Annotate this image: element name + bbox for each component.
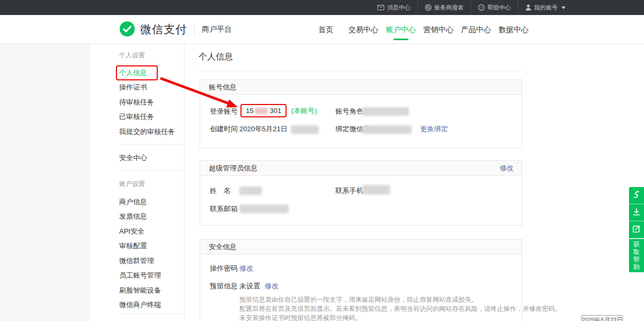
super-admin-panel: 超级管理员信息 修改 姓 名 联系手机 联系邮箱 bbox=[200, 160, 522, 226]
sidebar-divider bbox=[119, 313, 184, 314]
redacted-wechat-id bbox=[362, 125, 412, 134]
description-line: 配置后将在首页及充值页面显示。若未看到预留信息，表明当前访问的网站存在风险，请终… bbox=[239, 304, 561, 313]
redacted-created-time bbox=[291, 125, 319, 134]
topbar-item-label: 帮助中心 bbox=[487, 4, 511, 12]
date-stamp: 2020年5月22日 bbox=[581, 315, 623, 321]
panel-header: 安全信息 bbox=[200, 240, 522, 255]
sidebar-item-merchant-info[interactable]: 商户信息 bbox=[119, 195, 184, 210]
created-date-text: 2020年5月21日 bbox=[239, 125, 288, 133]
edit-admin-link[interactable]: 修改 bbox=[500, 161, 514, 175]
wechat-pay-logo-icon bbox=[119, 21, 135, 39]
sidebar-item-my-submitted-tasks[interactable]: 我提交的审核任务 bbox=[119, 124, 184, 139]
admin-name-label: 姓 名 bbox=[210, 186, 231, 196]
panel-title: 安全信息 bbox=[209, 243, 237, 251]
created-time-label: 创建时间 bbox=[210, 124, 238, 134]
reserved-info-value: 未设置 bbox=[239, 281, 260, 291]
panel-title: 超级管理员信息 bbox=[209, 164, 258, 172]
sidebar-divider bbox=[119, 170, 184, 171]
topbar-menu: 消息中心 服务商搜索 ? 帮助中心 我的账号 bbox=[370, 0, 573, 15]
topbar-item-label: 我的账号 bbox=[534, 4, 558, 12]
admin-phone-label: 联系手机 bbox=[335, 186, 363, 196]
redacted-account-role bbox=[362, 107, 409, 116]
reserved-info-label: 预留信息 bbox=[210, 281, 238, 291]
sidebar-item-face-device[interactable]: 刷脸智能设备 bbox=[119, 283, 184, 298]
admin-phone-value bbox=[362, 185, 390, 195]
sidebar-section-personal-settings: 个人设置 bbox=[119, 51, 184, 60]
panel-body: 姓 名 联系手机 联系邮箱 bbox=[200, 176, 522, 226]
customer-service-button[interactable] bbox=[629, 187, 644, 204]
panel-body: 登录账号 15 301 (本账号) 账号角色 创建时间 2020年5月21日 绑… bbox=[200, 95, 522, 148]
left-gutter bbox=[0, 44, 90, 321]
user-icon bbox=[525, 4, 531, 11]
sidebar-item-review-config[interactable]: 审核配置 bbox=[119, 239, 184, 254]
sidebar-list-1: 个人信息 操作证书 待审核任务 已审核任务 我提交的审核任务 bbox=[119, 65, 184, 139]
edit-password-link[interactable]: 修改 bbox=[239, 264, 253, 273]
brand[interactable]: 微信支付 商户平台 bbox=[119, 15, 232, 44]
redacted-admin-name bbox=[239, 186, 262, 195]
bound-wechat-value: 更换绑定 bbox=[362, 124, 448, 134]
get-help-label: 获取帮助 bbox=[633, 241, 640, 271]
brand-name: 微信支付 bbox=[140, 22, 187, 37]
main-nav: 首页 交易中心 账户中心 营销中心 产品中心 数据中心 bbox=[311, 15, 529, 44]
admin-name-value bbox=[239, 186, 262, 195]
question-icon: ? bbox=[478, 4, 485, 11]
nav-product-center[interactable]: 产品中心 bbox=[461, 15, 491, 44]
topbar-item-my-account[interactable]: 我的账号 bbox=[518, 0, 573, 15]
login-annotation-box: 15 301 bbox=[240, 104, 287, 117]
sidebar-item-wechat-group-mgmt[interactable]: 微信群管理 bbox=[119, 253, 184, 268]
search-icon bbox=[425, 4, 431, 11]
login-account-label: 登录账号 bbox=[210, 107, 238, 116]
chevron-down-icon bbox=[561, 6, 566, 9]
floating-help-bar: 获取帮助 bbox=[629, 187, 644, 272]
operation-password-label: 操作密码 bbox=[210, 264, 238, 273]
sidebar-item-personal-info[interactable]: 个人信息 bbox=[119, 65, 184, 80]
nav-transaction-center[interactable]: 交易中心 bbox=[348, 15, 378, 44]
portal-name: 商户平台 bbox=[202, 25, 232, 34]
admin-email-value bbox=[239, 204, 289, 213]
nav-account-center[interactable]: 账户中心 bbox=[386, 15, 416, 44]
svg-text:?: ? bbox=[480, 5, 482, 10]
created-time-value: 2020年5月21日 bbox=[239, 124, 319, 134]
nav-data-center[interactable]: 数据中心 bbox=[499, 15, 529, 44]
sidebar-divider bbox=[119, 144, 184, 145]
sidebar-item-operation-certificate[interactable]: 操作证书 bbox=[119, 80, 184, 95]
main-content: 个人信息 账号信息 登录账号 15 301 (本账号) 账号角色 创建时间 20… bbox=[199, 44, 522, 321]
nav-marketing-center[interactable]: 营销中心 bbox=[423, 15, 453, 44]
rebind-link[interactable]: 更换绑定 bbox=[420, 125, 448, 133]
edit-reserved-info-link[interactable]: 修改 bbox=[265, 281, 279, 291]
sidebar-item-api-security[interactable]: API安全 bbox=[119, 224, 184, 239]
topbar-item-messages[interactable]: 消息中心 bbox=[370, 0, 418, 15]
login-number-suffix: 301 bbox=[269, 107, 281, 115]
sidebar-item-pending-review-tasks[interactable]: 待审核任务 bbox=[119, 95, 184, 110]
login-account-value: 15 301 (本账号) bbox=[240, 104, 317, 117]
download-button[interactable] bbox=[629, 204, 644, 221]
sidebar-list-2: 商户信息 发票信息 API安全 审核配置 微信群管理 员工账号管理 刷脸智能设备… bbox=[119, 195, 184, 312]
get-help-button[interactable]: 获取帮助 bbox=[629, 239, 644, 272]
description-line: 未安装操作证书时预留信息将被部分掩码。 bbox=[239, 313, 561, 321]
feedback-button[interactable] bbox=[629, 221, 644, 238]
topbar-item-provider-search[interactable]: 服务商搜索 bbox=[418, 0, 471, 15]
account-role-value bbox=[362, 107, 409, 116]
title-divider bbox=[199, 71, 522, 71]
nav-home[interactable]: 首页 bbox=[311, 15, 341, 44]
topbar: 消息中心 服务商搜索 ? 帮助中心 我的账号 bbox=[0, 0, 644, 15]
edit-icon bbox=[633, 225, 640, 234]
sidebar-item-merchant-terminal[interactable]: 微信商户终端 bbox=[119, 298, 184, 313]
header: 微信支付 商户平台 首页 交易中心 账户中心 营销中心 产品中心 数据中心 bbox=[0, 15, 644, 44]
panel-body: 操作密码 修改 预留信息 未设置 修改 预留信息是由你自己设置的一段文字，用来鉴… bbox=[200, 255, 522, 321]
account-role-label: 账号角色 bbox=[335, 107, 363, 116]
panel-header: 账号信息 bbox=[200, 80, 522, 95]
envelope-icon bbox=[377, 5, 384, 10]
sidebar-list-security: 安全中心 bbox=[119, 151, 184, 166]
login-number-prefix: 15 bbox=[246, 107, 253, 115]
page-title: 个人信息 bbox=[199, 51, 233, 63]
sidebar-item-staff-account-mgmt[interactable]: 员工账号管理 bbox=[119, 268, 184, 283]
sidebar-item-reviewed-tasks[interactable]: 已审核任务 bbox=[119, 110, 184, 125]
panel-header: 超级管理员信息 修改 bbox=[200, 161, 522, 176]
sidebar-item-security-center[interactable]: 安全中心 bbox=[119, 151, 184, 166]
topbar-item-help-center[interactable]: ? 帮助中心 bbox=[471, 0, 518, 15]
sidebar-item-invoice-info[interactable]: 发票信息 bbox=[119, 210, 184, 225]
sidebar: 个人设置 个人信息 操作证书 待审核任务 已审核任务 我提交的审核任务 安全中心… bbox=[90, 44, 185, 321]
download-icon bbox=[633, 208, 640, 218]
reserved-info-description: 预留信息是由你自己设置的一段文字，用来鉴定网站身份，防止假冒网站造成损失。 配置… bbox=[239, 295, 561, 321]
